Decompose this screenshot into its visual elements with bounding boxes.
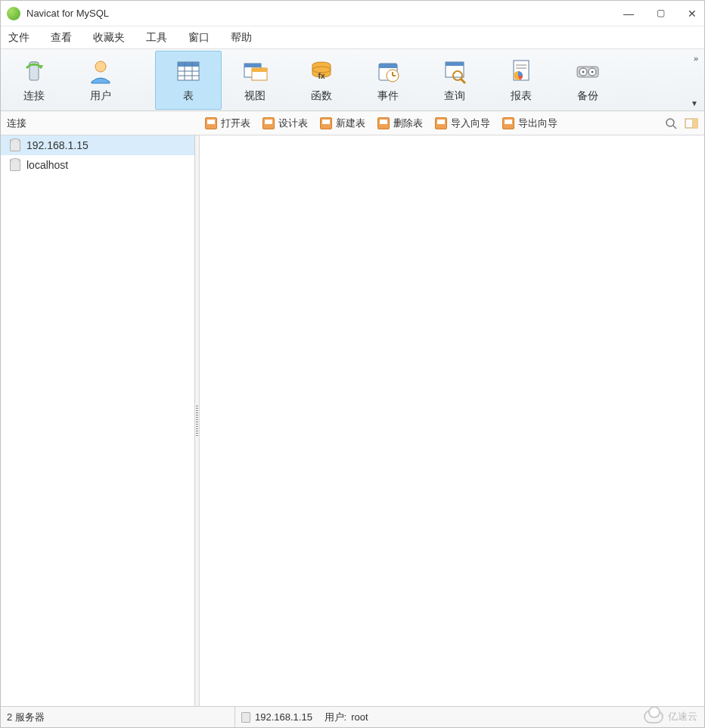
database-icon	[10, 139, 20, 151]
tool-label: 用户	[90, 89, 111, 103]
import-icon	[435, 117, 447, 129]
svg-line-25	[461, 79, 465, 83]
tool-table[interactable]: 表	[155, 51, 222, 110]
main-toolbar: 连接 用户 表 视图 fx 函数	[1, 49, 704, 111]
connection-sidebar[interactable]: 192.168.1.15 localhost	[1, 135, 195, 706]
menu-help[interactable]: 帮助	[231, 31, 252, 45]
status-host: 192.168.1.15	[255, 711, 312, 723]
tool-label: 连接	[23, 89, 45, 103]
tool-report[interactable]: 报表	[488, 51, 554, 110]
tool-label: 事件	[377, 89, 399, 103]
user-icon	[87, 58, 114, 85]
action-export-wizard[interactable]: 导出向导	[502, 117, 557, 130]
function-icon: fx	[308, 58, 335, 85]
tool-label: 报表	[511, 89, 532, 103]
tool-query[interactable]: 查询	[421, 51, 488, 110]
svg-rect-18	[379, 64, 397, 68]
database-icon	[10, 159, 20, 171]
action-design-table[interactable]: 设计表	[262, 117, 308, 130]
svg-rect-13	[252, 68, 267, 72]
action-label: 导入向导	[451, 117, 490, 130]
statusbar: 2 服务器 192.168.1.15 用户: root	[1, 706, 704, 727]
titlebar: Navicat for MySQL — ▢ ✕	[1, 1, 704, 26]
menu-file[interactable]: 文件	[8, 31, 30, 45]
action-new-table[interactable]: 新建表	[320, 117, 365, 130]
sidebar-header-label: 连接	[1, 117, 197, 130]
backup-icon	[574, 58, 601, 85]
svg-rect-39	[693, 119, 697, 128]
connection-item[interactable]: localhost	[1, 155, 194, 175]
tool-label: 备份	[577, 89, 598, 103]
export-icon	[502, 117, 514, 129]
status-server-count: 2 服务器	[1, 707, 235, 727]
action-label: 导出向导	[518, 117, 557, 130]
server-icon	[20, 58, 48, 85]
status-user-label: 用户:	[325, 711, 347, 724]
action-delete-table[interactable]: 删除表	[377, 117, 423, 130]
delete-table-icon	[377, 117, 390, 129]
close-button[interactable]: ✕	[686, 8, 698, 20]
tool-backup[interactable]: 备份	[554, 51, 621, 110]
maximize-button[interactable]: ▢	[654, 8, 666, 20]
tool-view[interactable]: 视图	[222, 51, 288, 110]
tool-label: 查询	[444, 89, 465, 103]
svg-point-33	[582, 70, 585, 73]
tool-label: 视图	[244, 89, 266, 103]
minimize-button[interactable]: —	[623, 8, 635, 20]
action-import-wizard[interactable]: 导入向导	[435, 117, 490, 130]
menubar: 文件 查看 收藏夹 工具 窗口 帮助	[1, 26, 704, 49]
menu-favorites[interactable]: 收藏夹	[93, 31, 125, 45]
status-user: root	[351, 711, 368, 723]
open-table-icon	[205, 117, 217, 129]
event-icon	[374, 58, 402, 85]
svg-rect-11	[244, 64, 261, 67]
panel-toggle-icon[interactable]	[685, 117, 698, 129]
toolbar-overflow-icon[interactable]: »	[694, 54, 698, 63]
svg-point-3	[95, 61, 106, 72]
tool-connection[interactable]: 连接	[1, 51, 67, 110]
svg-point-35	[666, 119, 674, 126]
new-table-icon	[320, 117, 332, 129]
svg-rect-5	[178, 62, 199, 67]
menu-window[interactable]: 窗口	[188, 31, 210, 45]
query-icon	[441, 58, 468, 85]
tool-event[interactable]: 事件	[355, 51, 421, 110]
database-icon	[241, 712, 250, 723]
connection-name: 192.168.1.15	[26, 139, 89, 151]
action-label: 新建表	[336, 117, 365, 130]
tool-function[interactable]: fx 函数	[288, 51, 355, 110]
action-label: 设计表	[278, 117, 308, 130]
app-icon	[7, 7, 20, 20]
window-title: Navicat for MySQL	[26, 8, 623, 19]
watermark: 亿速云	[644, 710, 697, 723]
search-icon[interactable]	[665, 117, 677, 129]
table-icon	[175, 58, 202, 85]
action-open-table[interactable]: 打开表	[205, 117, 250, 130]
menu-view[interactable]: 查看	[51, 31, 72, 45]
report-icon	[508, 58, 535, 85]
cloud-icon	[644, 710, 663, 723]
svg-point-34	[592, 70, 594, 73]
design-table-icon	[262, 117, 275, 129]
svg-text:fx: fx	[318, 72, 325, 80]
connection-name: localhost	[26, 159, 68, 171]
sub-toolbar: 连接 打开表 设计表 新建表 删除表 导入向导 导出向导	[1, 111, 704, 135]
svg-line-36	[673, 126, 676, 129]
menu-tools[interactable]: 工具	[146, 31, 167, 45]
toolbar-dropdown-icon[interactable]: ▼	[691, 99, 698, 107]
tool-label: 表	[183, 89, 194, 103]
main-content-pane	[200, 135, 704, 706]
action-label: 删除表	[393, 117, 423, 130]
connection-item[interactable]: 192.168.1.15	[1, 135, 194, 155]
tool-user[interactable]: 用户	[67, 51, 134, 110]
action-label: 打开表	[221, 117, 250, 130]
tool-label: 函数	[311, 89, 332, 103]
view-icon	[241, 58, 269, 85]
svg-rect-23	[446, 62, 464, 66]
watermark-text: 亿速云	[668, 710, 697, 723]
